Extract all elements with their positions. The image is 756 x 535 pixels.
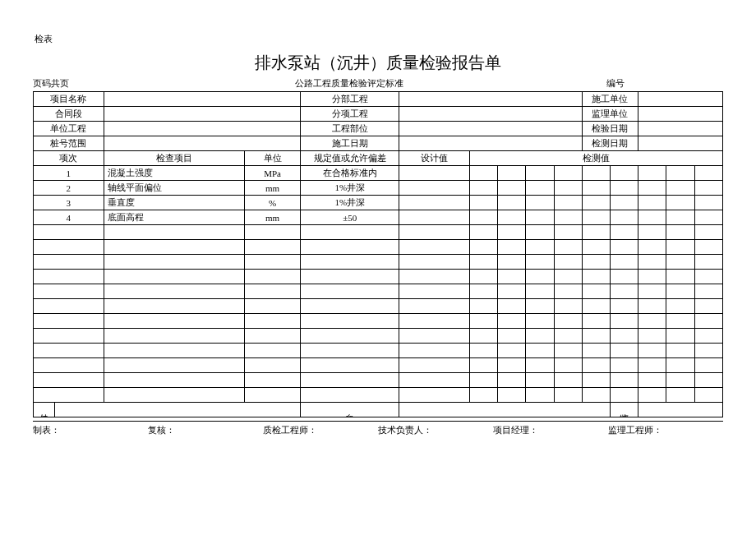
sig-draft: 制表：	[33, 424, 148, 436]
spec: 1%井深	[301, 196, 399, 210]
supervise-content	[638, 403, 723, 417]
label-subitem: 分项工程	[301, 107, 399, 122]
seq: 2	[34, 181, 104, 196]
item: 混凝土强度	[104, 166, 244, 181]
sig-tech: 技术负责人：	[378, 424, 493, 436]
design	[399, 210, 470, 225]
empty-row	[34, 373, 723, 388]
top-label: 检表	[35, 33, 723, 45]
sig-pm: 项目经理：	[493, 424, 608, 436]
empty-row	[34, 299, 723, 314]
value-contract	[104, 107, 301, 122]
number-label: 编号	[557, 77, 723, 90]
seq: 4	[34, 210, 104, 225]
value-subitem	[399, 107, 583, 122]
design	[399, 166, 470, 181]
col-item: 检查项目	[104, 151, 244, 166]
label-construct-unit: 施工单位	[582, 92, 638, 107]
empty-row	[34, 240, 723, 255]
supervise-label: 监理意见	[610, 403, 638, 417]
col-unit: 单位	[244, 151, 300, 166]
info-row-3: 单位工程 工程部位 检验日期	[34, 122, 723, 136]
empty-row	[34, 270, 723, 284]
unit: mm	[244, 181, 300, 196]
col-seq: 项次	[34, 151, 104, 166]
value-unit-project	[104, 122, 301, 136]
value-part	[399, 122, 583, 136]
info-row-1: 项目名称 分部工程 施工单位	[34, 92, 723, 107]
label-project-name: 项目名称	[34, 92, 104, 107]
unit: %	[244, 196, 300, 210]
visual-label: 外观鉴定	[34, 403, 55, 417]
value-measure-date	[638, 136, 723, 151]
value-construct-unit	[638, 92, 723, 107]
value-subproject	[399, 92, 583, 107]
info-row-2: 合同段 分项工程 监理单位	[34, 107, 723, 122]
sig-supervise: 监理工程师：	[608, 424, 723, 436]
empty-row	[34, 329, 723, 344]
table-header: 项次 检查项目 单位 规定值或允许偏差 设计值 检测值	[34, 151, 723, 166]
document-title: 排水泵站（沉井）质量检验报告单	[33, 52, 723, 74]
table-row: 1 混凝土强度 MPa 在合格标准内	[34, 166, 723, 181]
label-inspect-date: 检验日期	[582, 122, 638, 136]
label-contract: 合同段	[34, 107, 104, 122]
item: 底面高程	[104, 210, 244, 225]
selfcheck-label: 自检意见	[301, 403, 399, 417]
label-measure-date: 检测日期	[582, 136, 638, 151]
unit: mm	[244, 210, 300, 225]
item: 垂直度	[104, 196, 244, 210]
col-measure: 检测值	[469, 151, 722, 166]
spec: 1%井深	[301, 181, 399, 196]
table-row: 2 轴线平面偏位 mm 1%井深	[34, 181, 723, 196]
label-subproject: 分部工程	[301, 92, 399, 107]
value-stake	[104, 136, 301, 151]
seq: 3	[34, 196, 104, 210]
empty-row	[34, 284, 723, 299]
label-part: 工程部位	[301, 122, 399, 136]
subheader-row: 页码共页 公路工程质量检验评定标准 编号	[33, 77, 723, 90]
footer-signatures: 制表： 复核： 质检工程师： 技术负责人： 项目经理： 监理工程师：	[33, 421, 723, 436]
label-supervise-unit: 监理单位	[582, 107, 638, 122]
design	[399, 196, 470, 210]
standard-name: 公路工程质量检验评定标准	[295, 77, 557, 90]
empty-row	[34, 358, 723, 373]
empty-row	[34, 344, 723, 358]
spec: ±50	[301, 210, 399, 225]
label-construct-date: 施工日期	[301, 136, 399, 151]
item: 轴线平面偏位	[104, 181, 244, 196]
sig-qc: 质检工程师：	[263, 424, 378, 436]
value-supervise-unit	[638, 107, 723, 122]
spec: 在合格标准内	[301, 166, 399, 181]
empty-row	[34, 225, 723, 240]
table-row: 4 底面高程 mm ±50	[34, 210, 723, 225]
seq: 1	[34, 166, 104, 181]
visual-content	[54, 403, 301, 417]
empty-row	[34, 255, 723, 270]
value-construct-date	[399, 136, 583, 151]
value-project-name	[104, 92, 301, 107]
bottom-row: 外观鉴定 自检意见 监理意见	[34, 403, 723, 417]
design	[399, 181, 470, 196]
label-stake: 桩号范围	[34, 136, 104, 151]
empty-row	[34, 314, 723, 329]
col-design: 设计值	[399, 151, 470, 166]
label-unit-project: 单位工程	[34, 122, 104, 136]
report-table: 项目名称 分部工程 施工单位 合同段 分项工程 监理单位 单位工程 工程部位 检…	[33, 91, 723, 417]
col-spec: 规定值或允许偏差	[301, 151, 399, 166]
value-inspect-date	[638, 122, 723, 136]
empty-row	[34, 388, 723, 403]
selfcheck-content	[399, 403, 611, 417]
sig-review: 复核：	[148, 424, 263, 436]
page-indicator: 页码共页	[33, 77, 295, 90]
info-row-4: 桩号范围 施工日期 检测日期	[34, 136, 723, 151]
unit: MPa	[244, 166, 300, 181]
table-row: 3 垂直度 % 1%井深	[34, 196, 723, 210]
